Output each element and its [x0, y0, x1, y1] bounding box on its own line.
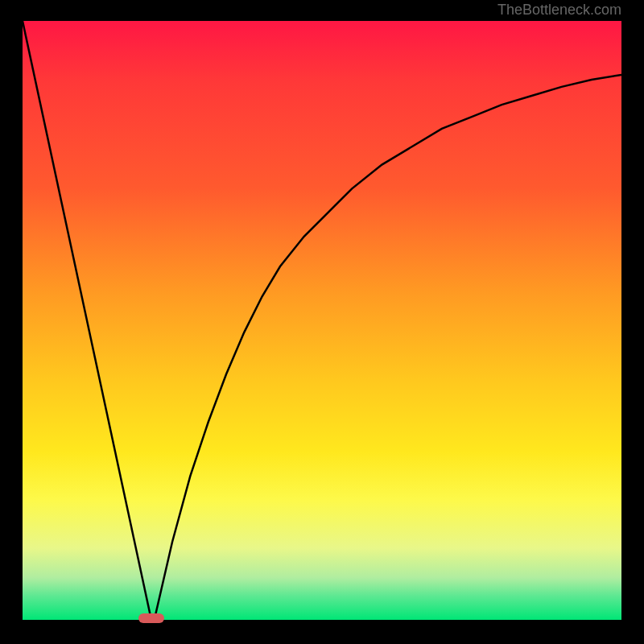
chart-plot-area [23, 21, 621, 620]
right-curve-series [155, 75, 621, 620]
left-line-series [23, 21, 151, 620]
chart-curves [23, 21, 621, 620]
bottleneck-marker [138, 613, 164, 623]
watermark-text: TheBottleneck.com [497, 2, 621, 19]
